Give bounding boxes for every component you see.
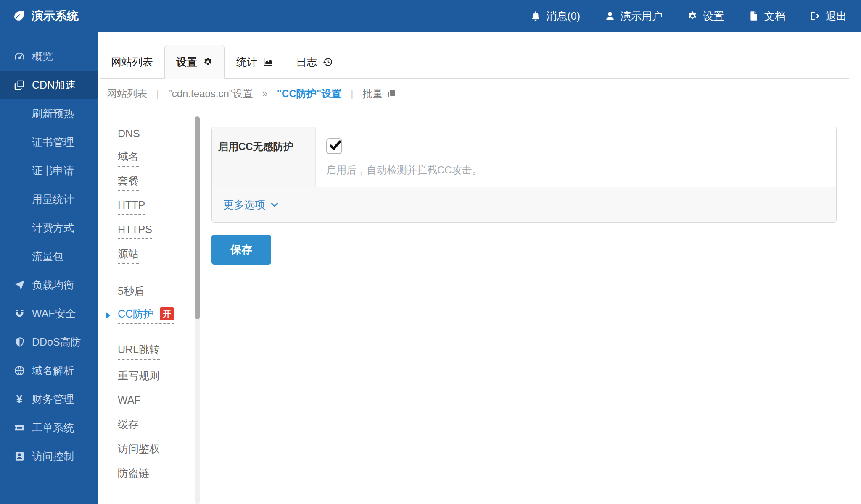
sidebar-item-label: CDN加速	[32, 78, 76, 92]
sidebar-item-label: 计费方式	[32, 221, 74, 235]
cc-protect-form: 启用CC无感防护 启用后，自动检测并拦截CC攻击。 更多选项	[201, 109, 861, 504]
subnav-item-url-redirect[interactable]: URL跳转	[98, 339, 201, 363]
subnav-item-5s-shield[interactable]: 5秒盾	[98, 279, 201, 303]
settings-label: 设置	[703, 9, 724, 23]
save-button[interactable]: 保存	[211, 235, 271, 265]
crumb-site-settings[interactable]: "cdn.teaos.cn"设置	[168, 87, 253, 100]
subnav-label: WAF	[118, 394, 141, 406]
subnav-divider	[106, 273, 186, 273]
messages-menu-item[interactable]: 消息(0)	[530, 9, 580, 23]
sidebar-item-billing[interactable]: 计费方式	[0, 213, 98, 242]
sidebar-item-waf[interactable]: WAF安全	[0, 299, 98, 328]
sidebar-item-ticket-system[interactable]: 工单系统	[0, 413, 98, 442]
enable-cc-value: 启用后，自动检测并拦截CC攻击。	[316, 127, 836, 187]
sidebar-item-traffic-package[interactable]: 流量包	[0, 242, 98, 270]
tab-stats[interactable]: 统计	[225, 45, 285, 79]
card-footer: 更多选项	[212, 187, 836, 222]
crumb-site-list[interactable]: 网站列表	[107, 87, 147, 100]
subnav-label: 防盗链	[118, 466, 149, 480]
sidebar: 概览 CDN加速 刷新预热 证书管理 证书申请 用量统计 计费方式 流量包 负载…	[0, 32, 98, 504]
breadcrumb-separator: |	[156, 88, 159, 100]
settings-menu-item[interactable]: 设置	[687, 9, 724, 23]
breadcrumb: 网站列表 | "cdn.teaos.cn"设置 » "CC防护"设置 | 批量	[98, 79, 861, 109]
subnav-label: HTTP	[118, 199, 145, 215]
subnav-item-cache[interactable]: 缓存	[98, 412, 201, 436]
sidebar-item-label: 工单系统	[32, 421, 74, 435]
sidebar-item-dns-resolve[interactable]: 域名解析	[0, 356, 98, 385]
subnav-item-cc-protect[interactable]: CC防护 开	[98, 303, 201, 328]
tab-label: 网站列表	[111, 55, 153, 69]
topbar-menu: 消息(0) 演示用户 设置 文档 退出	[530, 9, 847, 23]
sidebar-item-label: 用量统计	[32, 192, 74, 206]
sidebar-item-ddos[interactable]: DDoS高防	[0, 328, 98, 356]
tab-site-list[interactable]: 网站列表	[100, 45, 164, 79]
subnav-item-https[interactable]: HTTPS	[98, 219, 201, 243]
subnav-item-domain[interactable]: 域名	[98, 146, 201, 170]
messages-label: 消息(0)	[546, 9, 580, 23]
crumb-cc-settings[interactable]: "CC防护"设置	[277, 87, 341, 100]
logout-label: 退出	[826, 9, 847, 23]
user-menu-item[interactable]: 演示用户	[605, 9, 663, 23]
copy-icon	[387, 89, 397, 99]
subnav-item-waf[interactable]: WAF	[98, 388, 201, 412]
checkmark-icon	[328, 139, 342, 152]
sidebar-item-refresh-preheat[interactable]: 刷新预热	[0, 99, 98, 128]
status-badge-on: 开	[160, 307, 174, 320]
user-label: 演示用户	[621, 9, 663, 23]
sidebar-item-overview[interactable]: 概览	[0, 42, 98, 71]
subnav-item-rewrite-rules[interactable]: 重写规则	[98, 363, 201, 388]
enable-cc-description: 启用后，自动检测并拦截CC攻击。	[326, 163, 824, 177]
sidebar-item-access-control[interactable]: 访问控制	[0, 442, 98, 470]
subnav-item-auth[interactable]: 访问鉴权	[98, 436, 201, 461]
settings-card: 启用CC无感防护 启用后，自动检测并拦截CC攻击。 更多选项	[211, 127, 837, 223]
sidebar-item-load-balance[interactable]: 负载均衡	[0, 270, 98, 299]
subnav-item-http[interactable]: HTTP	[98, 194, 201, 219]
settings-subnav: DNS 域名 套餐 HTTP HTTPS 源站 5秒盾 CC防护 开 URL跳转…	[98, 109, 201, 504]
sidebar-item-cert-manage[interactable]: 证书管理	[0, 128, 98, 156]
subnav-item-hotlink[interactable]: 防盗链	[98, 461, 201, 485]
subnav-label: 访问鉴权	[118, 442, 160, 456]
logout-menu-item[interactable]: 退出	[810, 9, 847, 23]
subnav-label: 域名	[118, 150, 139, 167]
docs-menu-item[interactable]: 文档	[748, 9, 785, 23]
sidebar-item-label: WAF安全	[32, 307, 76, 320]
bell-icon	[530, 10, 541, 21]
document-icon	[748, 10, 759, 21]
globe-icon	[12, 365, 27, 376]
breadcrumb-separator: |	[351, 88, 353, 100]
sidebar-item-label: 证书管理	[32, 135, 74, 149]
enable-cc-checkbox[interactable]	[326, 138, 342, 154]
more-options-link[interactable]: 更多选项	[223, 198, 279, 212]
sidebar-item-cert-apply[interactable]: 证书申请	[0, 156, 98, 185]
subnav-item-dns[interactable]: DNS	[98, 121, 201, 146]
subnav-label: DNS	[118, 128, 140, 140]
tab-label: 设置	[176, 55, 197, 69]
tab-settings[interactable]: 设置	[164, 45, 225, 79]
subnav-label: URL跳转	[118, 343, 160, 360]
yen-icon: ¥	[12, 393, 27, 405]
subnav-scrollbar-thumb[interactable]	[195, 116, 200, 319]
subnav-label: 缓存	[118, 417, 139, 431]
sidebar-item-usage-stats[interactable]: 用量统计	[0, 185, 98, 213]
sidebar-item-label: 概览	[32, 50, 53, 63]
subnav-item-origin[interactable]: 源站	[98, 243, 201, 268]
sidebar-item-label: DDoS高防	[32, 335, 81, 349]
subnav-label: HTTPS	[118, 223, 152, 239]
chevron-down-icon	[270, 200, 279, 210]
more-options-label: 更多选项	[223, 198, 265, 212]
subnav-item-plan[interactable]: 套餐	[98, 170, 201, 194]
sidebar-item-label: 负载均衡	[32, 278, 74, 292]
brand: 演示系统	[13, 8, 79, 24]
docs-label: 文档	[764, 9, 785, 23]
enable-cc-label: 启用CC无感防护	[212, 127, 316, 187]
tab-logs[interactable]: 日志	[285, 45, 344, 79]
sidebar-item-cdn[interactable]: CDN加速	[0, 71, 98, 99]
id-card-icon	[12, 450, 27, 462]
batch-link[interactable]: 批量	[362, 87, 397, 100]
tab-bar: 网站列表 设置 统计 日志	[100, 45, 849, 79]
sidebar-item-label: 访问控制	[32, 449, 74, 463]
clone-icon	[12, 79, 27, 91]
history-icon	[322, 57, 333, 67]
sidebar-item-finance[interactable]: ¥ 财务管理	[0, 385, 98, 413]
subnav-label: 源站	[118, 247, 139, 264]
